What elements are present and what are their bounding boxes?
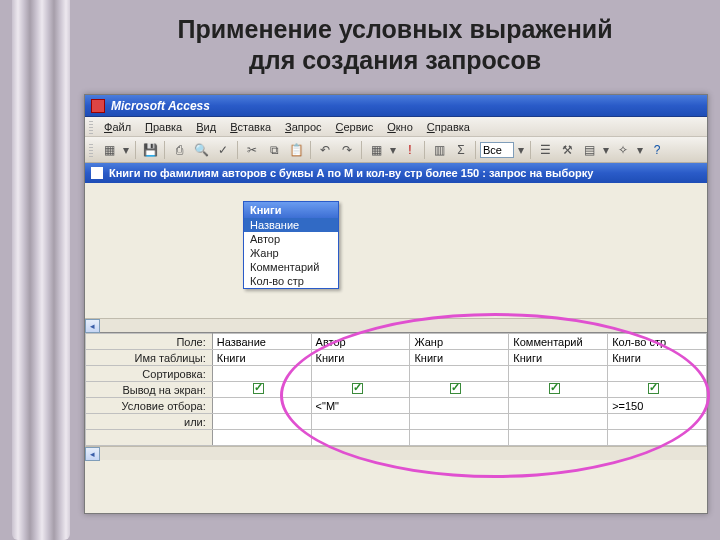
- save-button[interactable]: 💾: [140, 140, 160, 160]
- or-cell[interactable]: [608, 414, 707, 430]
- checkbox-icon[interactable]: [450, 383, 461, 394]
- table-cell[interactable]: Книги: [410, 350, 509, 366]
- field-cell[interactable]: Название: [212, 334, 311, 350]
- show-cell[interactable]: [608, 382, 707, 398]
- cut-button[interactable]: ✂: [242, 140, 262, 160]
- access-app-icon: [91, 99, 105, 113]
- field-cell[interactable]: Комментарий: [509, 334, 608, 350]
- preview-button[interactable]: 🔍: [191, 140, 211, 160]
- sort-cell[interactable]: [608, 366, 707, 382]
- separator: [475, 141, 476, 159]
- separator: [135, 141, 136, 159]
- grid-hscroll[interactable]: ◂: [85, 446, 707, 460]
- separator: [164, 141, 165, 159]
- row-label-field: Поле:: [86, 334, 213, 350]
- new-object-button[interactable]: ✧: [613, 140, 633, 160]
- field-cell[interactable]: Кол-во стр: [608, 334, 707, 350]
- help-button[interactable]: ?: [647, 140, 667, 160]
- querytype-button[interactable]: ▦: [366, 140, 386, 160]
- blank-cell[interactable]: [212, 430, 311, 446]
- copy-button[interactable]: ⧉: [264, 140, 284, 160]
- menu-view[interactable]: Вид: [189, 119, 223, 135]
- sort-cell[interactable]: [212, 366, 311, 382]
- criteria-cell[interactable]: <"М": [311, 398, 410, 414]
- show-cell[interactable]: [509, 382, 608, 398]
- scroll-left-icon[interactable]: ◂: [85, 319, 100, 333]
- sort-cell[interactable]: [410, 366, 509, 382]
- checkbox-icon[interactable]: [549, 383, 560, 394]
- separator: [237, 141, 238, 159]
- table-field[interactable]: Комментарий: [244, 260, 338, 274]
- field-cell[interactable]: Жанр: [410, 334, 509, 350]
- blank-cell[interactable]: [509, 430, 608, 446]
- checkbox-icon[interactable]: [253, 383, 264, 394]
- dropdown-icon[interactable]: ▾: [601, 140, 611, 160]
- menu-tools[interactable]: Сервис: [329, 119, 381, 135]
- table-cell[interactable]: Книги: [311, 350, 410, 366]
- menu-file[interactable]: Файл: [97, 119, 138, 135]
- access-window: Microsoft Access Файл Правка Вид Вставка…: [84, 94, 708, 514]
- view-button[interactable]: ▦: [99, 140, 119, 160]
- build-button[interactable]: ⚒: [557, 140, 577, 160]
- table-card-header[interactable]: Книги: [244, 202, 338, 218]
- run-button[interactable]: !: [400, 140, 420, 160]
- row-blank: [86, 430, 707, 446]
- or-cell[interactable]: [311, 414, 410, 430]
- top-values-field[interactable]: [480, 142, 514, 158]
- toolbar-handle[interactable]: [89, 143, 93, 157]
- show-cell[interactable]: [311, 382, 410, 398]
- or-cell[interactable]: [212, 414, 311, 430]
- menu-query[interactable]: Запрос: [278, 119, 328, 135]
- print-button[interactable]: ⎙: [169, 140, 189, 160]
- tables-pane[interactable]: Книги Название Автор Жанр Комментарий Ко…: [85, 183, 707, 333]
- criteria-cell[interactable]: [212, 398, 311, 414]
- database-button[interactable]: ▤: [579, 140, 599, 160]
- blank-cell[interactable]: [410, 430, 509, 446]
- dropdown-icon[interactable]: ▾: [121, 140, 131, 160]
- spelling-button[interactable]: ✓: [213, 140, 233, 160]
- menu-insert[interactable]: Вставка: [223, 119, 278, 135]
- table-cell[interactable]: Книги: [608, 350, 707, 366]
- or-cell[interactable]: [509, 414, 608, 430]
- titlebar[interactable]: Microsoft Access: [85, 95, 707, 117]
- totals-button[interactable]: Σ: [451, 140, 471, 160]
- checkbox-icon[interactable]: [352, 383, 363, 394]
- table-cell[interactable]: Книги: [509, 350, 608, 366]
- dropdown-icon[interactable]: ▾: [635, 140, 645, 160]
- undo-button[interactable]: ↶: [315, 140, 335, 160]
- query-window-titlebar[interactable]: Книги по фамилиям авторов с буквы А по М…: [85, 163, 707, 183]
- row-table: Имя таблицы: Книги Книги Книги Книги Кни…: [86, 350, 707, 366]
- table-cell[interactable]: Книги: [212, 350, 311, 366]
- showtable-button[interactable]: ▥: [429, 140, 449, 160]
- menu-handle[interactable]: [89, 120, 93, 134]
- dropdown-icon[interactable]: ▾: [516, 140, 526, 160]
- table-field[interactable]: Жанр: [244, 246, 338, 260]
- blank-cell[interactable]: [608, 430, 707, 446]
- paste-button[interactable]: 📋: [286, 140, 306, 160]
- menubar: Файл Правка Вид Вставка Запрос Сервис Ок…: [85, 117, 707, 137]
- menu-edit[interactable]: Правка: [138, 119, 189, 135]
- show-cell[interactable]: [410, 382, 509, 398]
- table-field[interactable]: Название: [244, 218, 338, 232]
- table-card[interactable]: Книги Название Автор Жанр Комментарий Ко…: [243, 201, 339, 289]
- menu-window[interactable]: Окно: [380, 119, 420, 135]
- dropdown-icon[interactable]: ▾: [388, 140, 398, 160]
- show-cell[interactable]: [212, 382, 311, 398]
- redo-button[interactable]: ↷: [337, 140, 357, 160]
- criteria-cell[interactable]: >=150: [608, 398, 707, 414]
- sort-cell[interactable]: [509, 366, 608, 382]
- menu-help[interactable]: Справка: [420, 119, 477, 135]
- sort-cell[interactable]: [311, 366, 410, 382]
- criteria-cell[interactable]: [410, 398, 509, 414]
- properties-button[interactable]: ☰: [535, 140, 555, 160]
- or-cell[interactable]: [410, 414, 509, 430]
- field-cell[interactable]: Автор: [311, 334, 410, 350]
- tables-pane-hscroll[interactable]: ◂: [85, 318, 707, 332]
- table-field[interactable]: Кол-во стр: [244, 274, 338, 288]
- table-field[interactable]: Автор: [244, 232, 338, 246]
- criteria-cell[interactable]: [509, 398, 608, 414]
- checkbox-icon[interactable]: [648, 383, 659, 394]
- scroll-left-icon[interactable]: ◂: [85, 447, 100, 461]
- row-criteria: Условие отбора: <"М" >=150: [86, 398, 707, 414]
- blank-cell[interactable]: [311, 430, 410, 446]
